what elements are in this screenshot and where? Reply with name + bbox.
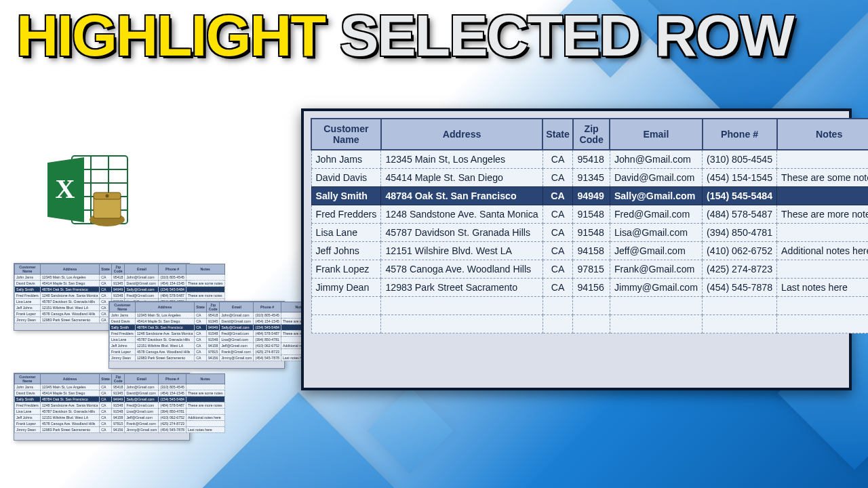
cell-notes[interactable]: These are more notes [777, 205, 868, 224]
cell-empty[interactable] [777, 297, 868, 315]
cell-phone[interactable]: (310) 805-4545 [703, 150, 777, 169]
table-row[interactable]: John Jams12345 Main St, Los AngelesCA954… [311, 150, 868, 169]
cell-email[interactable]: David@Gmail.com [610, 169, 702, 187]
svg-text:X: X [56, 174, 75, 204]
cell-address[interactable]: 48784 Oak St. San Francisco [381, 187, 542, 205]
cell-notes[interactable] [777, 150, 868, 169]
cell-zip[interactable]: 91548 [573, 224, 610, 242]
cell-phone[interactable]: (425) 274-8723 [703, 260, 777, 279]
cell-email[interactable]: Sally@Gmail.com [610, 187, 702, 205]
cell-email[interactable]: Fred@Gmail.com [610, 205, 702, 224]
cell-notes[interactable]: These are some notes [777, 169, 868, 187]
cell-phone[interactable]: (484) 578-5487 [703, 205, 777, 224]
cell-empty[interactable] [610, 297, 702, 315]
cell-email[interactable]: Lisa@Gmail.com [610, 224, 702, 242]
cell-phone[interactable]: (154) 545-5484 [703, 187, 777, 205]
page-title: HIGHLIGHT SELECTED ROW [16, 8, 793, 64]
cell-notes[interactable]: Additional notes here [777, 242, 868, 260]
cell-name[interactable]: Frank Lopez [311, 260, 381, 279]
table-row[interactable]: Lisa Lane45787 Davidson St. Granada Hill… [311, 224, 868, 242]
table-row[interactable]: David Davis45414 Maple St. San DiegoCA91… [311, 169, 868, 187]
column-header[interactable]: Notes [777, 119, 868, 150]
cell-email[interactable]: Jeff@Gmail.com [610, 242, 702, 260]
cell-zip[interactable]: 91548 [573, 205, 610, 224]
table-row[interactable]: Frank Lopez4578 Canoga Ave. Woodland Hil… [311, 260, 868, 279]
customer-table[interactable]: Customer NameAddressStateZip CodeEmailPh… [311, 118, 868, 333]
cell-phone[interactable]: (410) 062-6752 [703, 242, 777, 260]
svg-point-12 [106, 195, 109, 198]
table-row-empty[interactable] [311, 297, 868, 315]
cell-state[interactable]: CA [542, 169, 573, 187]
cell-state[interactable]: CA [542, 260, 573, 279]
cell-name[interactable]: Lisa Lane [311, 224, 381, 242]
table-row[interactable]: Sally Smith48784 Oak St. San FranciscoCA… [311, 187, 868, 205]
cell-address[interactable]: 12345 Main St, Los Angeles [381, 150, 542, 169]
cell-notes[interactable] [777, 187, 868, 205]
cell-state[interactable]: CA [542, 242, 573, 260]
cell-name[interactable]: John Jams [311, 150, 381, 169]
cell-email[interactable]: Frank@Gmail.com [610, 260, 702, 279]
column-header[interactable]: Email [610, 119, 702, 150]
cell-state[interactable]: CA [542, 279, 573, 297]
cell-email[interactable]: John@Gmail.com [610, 150, 702, 169]
column-header[interactable]: Customer Name [311, 119, 381, 150]
table-row[interactable]: Fred Fredders1248 Sandstone Ave. Santa M… [311, 205, 868, 224]
cell-state[interactable]: CA [542, 150, 573, 169]
table-row-empty[interactable] [311, 315, 868, 333]
cell-empty[interactable] [777, 315, 868, 333]
cell-empty[interactable] [703, 297, 777, 315]
title-word-highlight: HIGHLIGHT [16, 3, 325, 68]
column-header[interactable]: State [542, 119, 573, 150]
cell-empty[interactable] [381, 297, 542, 315]
cell-empty[interactable] [542, 315, 573, 333]
cell-zip[interactable]: 95418 [573, 150, 610, 169]
cell-name[interactable]: Fred Fredders [311, 205, 381, 224]
cell-phone[interactable]: (454) 545-7878 [703, 279, 777, 297]
cell-address[interactable]: 12983 Park Street Sacramento [381, 279, 542, 297]
cell-address[interactable]: 45787 Davidson St. Granada Hills [381, 224, 542, 242]
table-row[interactable]: Jeff Johns12151 Wilshire Blvd. West LACA… [311, 242, 868, 260]
cell-email[interactable]: Jimmy@Gmail.com [610, 279, 702, 297]
cell-address[interactable]: 12151 Wilshire Blvd. West LA [381, 242, 542, 260]
cell-state[interactable]: CA [542, 205, 573, 224]
mini-preview: Customer NameAddressStateZip CodeEmailPh… [14, 373, 190, 441]
cell-zip[interactable]: 94156 [573, 279, 610, 297]
cell-address[interactable]: 1248 Sandstone Ave. Santa Monica [381, 205, 542, 224]
cell-phone[interactable]: (394) 850-4781 [703, 224, 777, 242]
cell-state[interactable]: CA [542, 187, 573, 205]
cell-name[interactable]: Jimmy Dean [311, 279, 381, 297]
column-header[interactable]: Zip Code [573, 119, 610, 150]
table-row[interactable]: Jimmy Dean12983 Park Street SacramentoCA… [311, 279, 868, 297]
cell-empty[interactable] [311, 315, 381, 333]
mini-preview: Customer NameAddressStateZip CodeEmailPh… [108, 301, 285, 369]
cell-empty[interactable] [311, 297, 381, 315]
cell-address[interactable]: 45414 Maple St. San Diego [381, 169, 542, 187]
cell-empty[interactable] [542, 297, 573, 315]
cell-zip[interactable]: 91345 [573, 169, 610, 187]
cell-address[interactable]: 4578 Canoga Ave. Woodland Hills [381, 260, 542, 279]
cell-name[interactable]: Sally Smith [311, 187, 381, 205]
cell-zip[interactable]: 97815 [573, 260, 610, 279]
cell-phone[interactable]: (454) 154-1545 [703, 169, 777, 187]
cell-name[interactable]: David Davis [311, 169, 381, 187]
column-header[interactable]: Address [381, 119, 542, 150]
cell-zip[interactable]: 94158 [573, 242, 610, 260]
cell-name[interactable]: Jeff Johns [311, 242, 381, 260]
cell-state[interactable]: CA [542, 224, 573, 242]
cell-notes[interactable]: Last notes here [777, 279, 868, 297]
bg-diamond [367, 387, 453, 473]
cell-notes[interactable] [777, 260, 868, 279]
bg-diamond [203, 392, 395, 488]
column-header[interactable]: Phone # [703, 119, 777, 150]
title-word-selected-row: SELECTED ROW [340, 3, 793, 68]
cell-zip[interactable]: 94949 [573, 187, 610, 205]
cell-empty[interactable] [610, 315, 702, 333]
cell-empty[interactable] [381, 315, 542, 333]
main-table-panel: Customer NameAddressStateZip CodeEmailPh… [301, 108, 852, 390]
cell-empty[interactable] [573, 297, 610, 315]
cell-empty[interactable] [703, 315, 777, 333]
excel-icon: X [41, 149, 136, 233]
cell-notes[interactable] [777, 224, 868, 242]
cell-empty[interactable] [573, 315, 610, 333]
